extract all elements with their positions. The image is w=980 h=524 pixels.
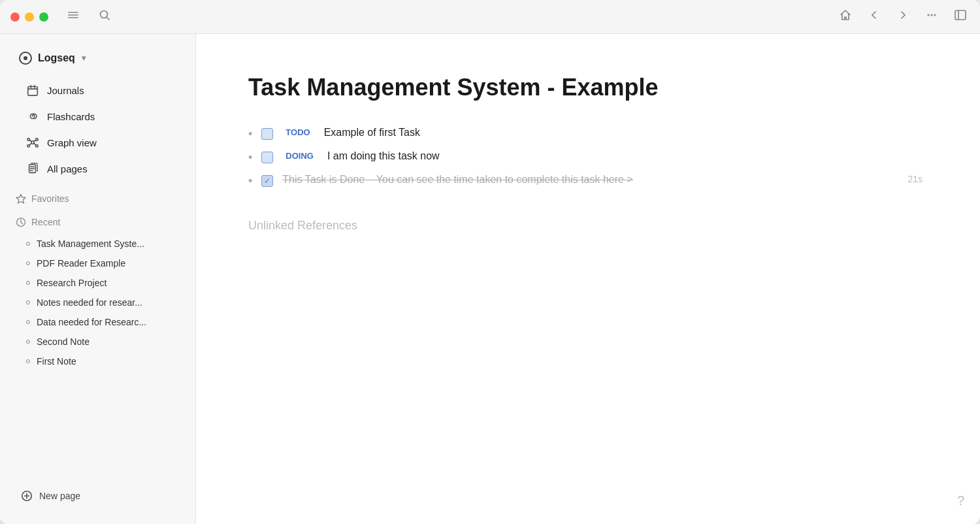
recent-dot — [26, 281, 30, 285]
titlebar-right-actions — [836, 6, 970, 27]
close-button[interactable] — [10, 12, 20, 22]
recent-dot — [26, 261, 30, 265]
recent-item-label: Research Project — [37, 278, 106, 288]
calendar-icon — [26, 84, 39, 97]
task-badge-doing: DOING — [282, 150, 317, 161]
task-list: • TODO Example of first Task • DOING I a… — [248, 122, 928, 193]
clock-icon — [16, 217, 26, 227]
main-content: Logseq ▾ Journals — [0, 34, 980, 524]
sidebar-brand-chevron: ▾ — [82, 54, 86, 63]
recent-dot — [26, 301, 30, 304]
bullet-1: • — [248, 127, 252, 141]
recent-item-label: Notes needed for resear... — [37, 297, 142, 308]
recent-item-task-mgmt[interactable]: Task Management Syste... — [5, 234, 190, 254]
plus-circle-icon — [21, 490, 33, 502]
infinity-icon — [26, 110, 39, 123]
svg-rect-8 — [955, 10, 966, 20]
search-icon[interactable] — [95, 6, 114, 27]
graph-view-label: Graph view — [47, 137, 97, 148]
task-item-2: • DOING I am doing this task now — [248, 146, 928, 169]
titlebar-left-icons — [64, 6, 114, 27]
recent-dot — [26, 340, 30, 344]
app-window: Logseq ▾ Journals — [0, 0, 980, 524]
task-checkbox-1[interactable] — [261, 128, 273, 140]
svg-rect-12 — [28, 87, 38, 96]
sidebar-brand-label: Logseq — [38, 52, 75, 64]
new-page-button[interactable]: New page — [10, 483, 185, 508]
recent-dot — [26, 320, 30, 324]
svg-point-11 — [24, 56, 27, 60]
bullet-2: • — [248, 151, 252, 165]
recent-item-research-project[interactable]: Research Project — [5, 273, 190, 293]
svg-line-4 — [107, 18, 110, 20]
sidebar-bottom: New page — [0, 478, 195, 514]
journals-label: Journals — [47, 85, 84, 96]
svg-point-3 — [101, 11, 108, 18]
task-checkbox-3[interactable] — [261, 175, 273, 187]
svg-line-22 — [34, 140, 36, 141]
recent-item-first-note[interactable]: First Note — [5, 352, 190, 371]
graph-icon — [26, 136, 39, 149]
sidebar-favorites-header[interactable]: Favorites — [5, 187, 190, 210]
page-title: Task Management System - Example — [248, 73, 928, 101]
sidebar-recent-header: Recent — [5, 210, 190, 234]
favorites-label: Favorites — [31, 193, 69, 204]
svg-point-5 — [928, 14, 930, 16]
traffic-lights — [10, 12, 48, 22]
help-button[interactable]: ? — [957, 493, 964, 508]
sidebar-brand[interactable]: Logseq ▾ — [10, 44, 185, 72]
sidebar-item-all-pages[interactable]: All pages — [16, 156, 180, 182]
task-text-1: Example of first Task — [324, 127, 420, 139]
sidebar-nav: Journals Flashcards — [10, 77, 185, 182]
sidebar-top: Logseq ▾ Journals — [0, 34, 195, 187]
home-icon[interactable] — [836, 6, 855, 27]
task-item-1: • TODO Example of first Task — [248, 122, 928, 146]
maximize-button[interactable] — [39, 12, 48, 22]
new-page-label: New page — [39, 491, 80, 501]
task-text-2: I am doing this task now — [327, 150, 440, 162]
task-item-3: • This Task is Done – You can see the ti… — [248, 169, 928, 193]
sidebar-item-flashcards[interactable]: Flashcards — [16, 103, 180, 129]
recent-items-list: Task Management Syste... PDF Reader Exam… — [0, 234, 195, 371]
sidebar-toggle-icon[interactable] — [951, 6, 970, 27]
pages-icon — [26, 162, 39, 175]
menu-icon[interactable] — [64, 6, 82, 27]
forward-icon[interactable] — [894, 6, 912, 27]
recent-item-label: PDF Reader Example — [37, 258, 125, 269]
task-checkbox-2[interactable] — [261, 152, 273, 163]
svg-line-23 — [29, 143, 31, 144]
more-icon[interactable] — [923, 6, 941, 27]
svg-marker-26 — [16, 195, 25, 203]
editor-area[interactable]: Task Management System - Example • TODO … — [196, 34, 980, 524]
recent-item-pdf-reader[interactable]: PDF Reader Example — [5, 254, 190, 273]
recent-item-label: Second Note — [37, 336, 90, 347]
recent-item-notes-research[interactable]: Notes needed for resear... — [5, 293, 190, 312]
flashcards-label: Flashcards — [47, 111, 95, 122]
recent-dot — [26, 359, 30, 363]
svg-point-6 — [931, 14, 933, 16]
recent-dot — [26, 242, 30, 246]
sidebar-item-graph-view[interactable]: Graph view — [16, 129, 180, 156]
task-text-3: This Task is Done – You can see the time… — [282, 174, 632, 186]
svg-line-21 — [29, 140, 31, 141]
sidebar-item-journals[interactable]: Journals — [16, 77, 180, 103]
logseq-brand-icon — [18, 51, 33, 65]
star-icon — [16, 193, 26, 204]
recent-item-label: Data needed for Researc... — [37, 317, 146, 327]
recent-item-label: Task Management Syste... — [37, 238, 144, 249]
recent-item-second-note[interactable]: Second Note — [5, 332, 190, 352]
recent-item-data-research[interactable]: Data needed for Researc... — [5, 312, 190, 332]
recent-item-label: First Note — [37, 356, 76, 367]
minimize-button[interactable] — [25, 12, 34, 22]
titlebar — [0, 0, 980, 34]
svg-line-24 — [34, 143, 36, 144]
task-badge-todo: TODO — [282, 127, 313, 138]
unlinked-references[interactable]: Unlinked References — [248, 219, 928, 233]
bullet-3: • — [248, 174, 252, 188]
task-time-3: 21s — [907, 174, 928, 184]
back-icon[interactable] — [865, 6, 883, 27]
sidebar: Logseq ▾ Journals — [0, 34, 196, 524]
svg-point-7 — [934, 14, 936, 16]
recent-label: Recent — [31, 217, 60, 227]
all-pages-label: All pages — [47, 163, 88, 174]
